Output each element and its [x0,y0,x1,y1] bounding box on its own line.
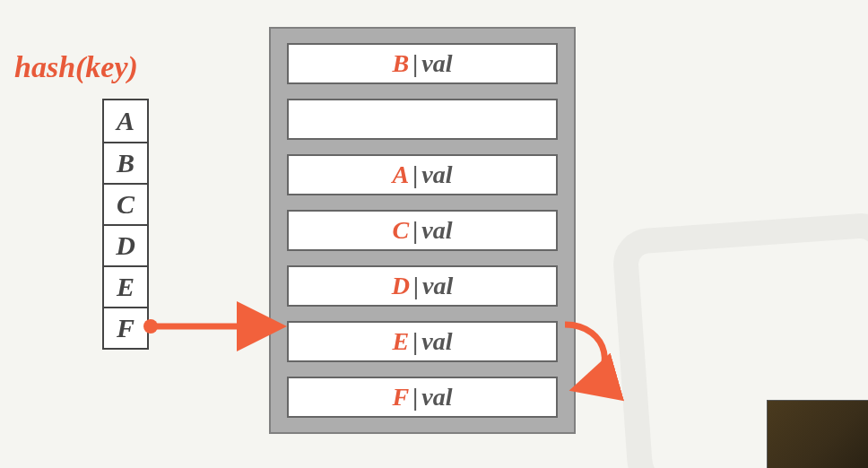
key-cell: D [104,224,147,265]
bucket-separator: | [413,272,419,300]
hash-function-label: hash(key) [14,50,138,84]
bucket-val: val [421,327,452,356]
bucket-slot: D | val [287,265,558,307]
bucket-key: D [392,272,410,300]
bucket-separator: | [412,49,418,78]
bucket-separator: | [412,327,418,356]
bucket-slot: C | val [287,210,558,251]
webcam-overlay [767,400,868,468]
bucket-slot: F | val [287,377,558,418]
key-cell: C [104,183,147,224]
bucket-separator: | [412,160,418,189]
bucket-slot: E | val [287,321,558,362]
bucket-separator: | [412,216,418,245]
bucket-key: C [392,216,409,245]
bucket-slot-empty [287,99,558,140]
key-cell: B [104,142,147,183]
bucket-val: val [421,49,452,78]
key-cell: E [104,265,147,307]
bucket-val: val [421,383,452,412]
bucket-slot: B | val [287,43,558,84]
key-column: A B C D E F [102,99,149,350]
hash-table: B | val A | val C | val D | val E | val … [269,27,576,434]
key-cell: F [104,307,147,348]
bucket-key: A [392,160,409,189]
bucket-separator: | [412,383,418,412]
key-cell: A [104,100,147,142]
bucket-key: E [392,327,409,356]
bucket-val: val [422,272,453,300]
bucket-key: F [392,383,409,412]
bucket-slot: A | val [287,154,558,195]
bucket-key: B [392,49,409,78]
bucket-val: val [421,160,452,189]
bucket-val: val [421,216,452,245]
